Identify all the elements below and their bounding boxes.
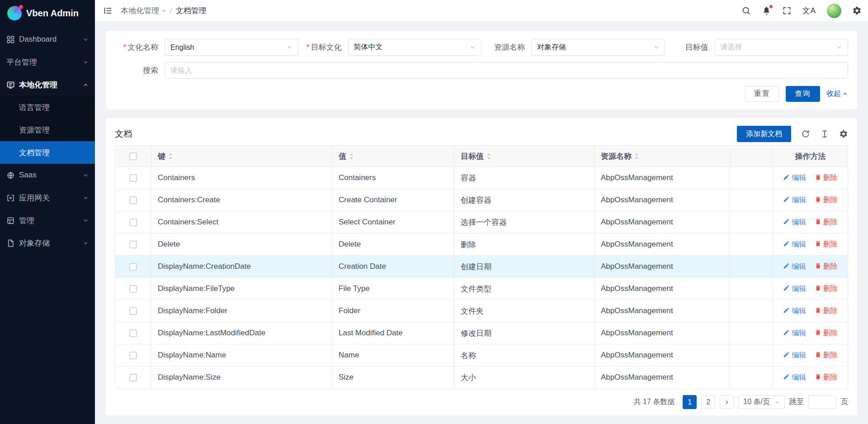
pencil-icon [783, 351, 790, 360]
delete-link[interactable]: 删除 [815, 240, 838, 249]
next-page-button[interactable] [720, 395, 734, 409]
row-checkbox[interactable] [129, 285, 137, 293]
column-header-2[interactable]: 目标值 [454, 146, 594, 167]
table-row[interactable]: DisplayName:Folder Folder 文件夹 AbpOssMana… [115, 300, 848, 322]
pencil-icon [783, 307, 790, 315]
edit-link[interactable]: 编辑 [783, 284, 806, 294]
submenu-localization: 语言管理资源管理文档管理 [0, 96, 95, 164]
page-size-select[interactable]: 10 条/页 [738, 395, 785, 409]
delete-link[interactable]: 删除 [815, 351, 838, 360]
table-row[interactable]: Containers:Select Select Container 选择一个容… [115, 211, 848, 233]
collapse-link[interactable]: 收起 [826, 89, 848, 99]
delete-link[interactable]: 删除 [815, 195, 838, 205]
search-input[interactable] [165, 62, 848, 79]
sidebar-subitem-language[interactable]: 语言管理 [0, 96, 95, 119]
cell-resource: AbpOssManagement [594, 322, 730, 344]
delete-link[interactable]: 删除 [815, 284, 838, 294]
row-checkbox[interactable] [129, 241, 137, 248]
culture-name-select[interactable]: English [165, 39, 298, 56]
delete-link[interactable]: 删除 [815, 218, 838, 227]
table-row[interactable]: DisplayName:LastModifiedDate Last Modifi… [115, 322, 848, 344]
edit-link[interactable]: 编辑 [783, 173, 806, 183]
edit-link[interactable]: 编辑 [783, 373, 806, 382]
resource-name-select[interactable]: 对象存储 [531, 39, 665, 56]
query-button[interactable]: 查询 [786, 86, 820, 102]
sort-icon[interactable] [486, 153, 491, 160]
table-row[interactable]: Containers:Create Create Container 创建容器 … [115, 189, 848, 211]
cell-key: DisplayName:LastModifiedDate [151, 322, 332, 344]
table-row[interactable]: DisplayName:FileType File Type 文件类型 AbpO… [115, 278, 848, 300]
sidebar-item-localization[interactable]: 本地化管理 [0, 73, 95, 96]
refresh-icon[interactable] [801, 129, 810, 138]
sidebar-item-gateway[interactable]: 应用网关 [0, 186, 95, 209]
sidebar-item-label: Dashboard [19, 35, 83, 44]
edit-link[interactable]: 编辑 [783, 218, 806, 227]
table-toolbar: 文档 添加新文档 [115, 123, 848, 145]
reset-button[interactable]: 重置 [745, 86, 779, 102]
sidebar-item-saas[interactable]: Saas [0, 164, 95, 186]
sidebar-item-oss[interactable]: 对象存储 [0, 232, 95, 254]
row-checkbox[interactable] [129, 329, 137, 337]
table-settings-gear-icon[interactable] [839, 129, 848, 138]
sort-icon[interactable] [168, 153, 173, 160]
settings-gear-icon[interactable] [852, 6, 862, 15]
edit-link[interactable]: 编辑 [783, 306, 806, 316]
cell-value: Delete [332, 233, 454, 256]
chevron-down-icon [83, 59, 89, 65]
target-value-select[interactable]: 请选择 [715, 39, 849, 56]
fullscreen-icon[interactable] [782, 6, 792, 15]
sidebar-item-dashboard[interactable]: Dashboard [0, 28, 95, 51]
table-row[interactable]: Containers Containers 容器 AbpOssManagemen… [115, 167, 848, 189]
row-checkbox[interactable] [129, 263, 137, 271]
target-culture-select[interactable]: 简体中文 [348, 39, 482, 56]
column-header-0[interactable]: 键 [151, 146, 332, 167]
search-icon[interactable] [741, 6, 751, 15]
cell-target-value: 选择一个容器 [454, 211, 594, 233]
bell-icon[interactable] [762, 6, 771, 15]
row-checkbox[interactable] [129, 374, 137, 381]
page-button-1[interactable]: 1 [683, 395, 697, 409]
add-document-button[interactable]: 添加新文档 [737, 126, 791, 142]
edit-link[interactable]: 编辑 [783, 195, 806, 205]
edit-link[interactable]: 编辑 [783, 240, 806, 249]
edit-link[interactable]: 编辑 [783, 351, 806, 360]
delete-link[interactable]: 删除 [815, 306, 838, 316]
sort-icon[interactable] [634, 153, 639, 160]
column-header-3[interactable]: 资源名称 [594, 146, 730, 167]
cell-key: DisplayName:Size [151, 367, 332, 389]
delete-link[interactable]: 删除 [815, 173, 838, 183]
sidebar-item-platform[interactable]: 平台管理 [0, 51, 95, 73]
delete-link[interactable]: 删除 [815, 373, 838, 382]
table-row[interactable]: DisplayName:CreationDate Creation Date 创… [115, 256, 848, 278]
dashboard-icon [6, 35, 15, 44]
column-height-icon[interactable] [820, 129, 829, 138]
row-checkbox[interactable] [129, 196, 137, 204]
row-checkbox[interactable] [129, 307, 137, 315]
row-checkbox[interactable] [129, 352, 137, 359]
cell-key: DisplayName:FileType [151, 278, 332, 300]
avatar[interactable] [827, 4, 841, 18]
row-checkbox[interactable] [129, 174, 137, 182]
table-row[interactable]: DisplayName:Size Size 大小 AbpOssManagemen… [115, 367, 848, 389]
select-all-checkbox[interactable] [129, 152, 137, 160]
delete-link[interactable]: 删除 [815, 329, 838, 338]
delete-link[interactable]: 删除 [815, 262, 838, 272]
table-row[interactable]: DisplayName:Name Name 名称 AbpOssManagemen… [115, 344, 848, 367]
breadcrumb-parent[interactable]: 本地化管理 [121, 5, 166, 16]
edit-link[interactable]: 编辑 [783, 262, 806, 272]
page-button-2[interactable]: 2 [701, 395, 715, 409]
logo[interactable]: Vben Admin [0, 0, 95, 26]
edit-link[interactable]: 编辑 [783, 329, 806, 338]
menu-fold-icon[interactable] [103, 6, 113, 15]
column-header-1[interactable]: 值 [332, 146, 454, 167]
sort-icon[interactable] [349, 153, 354, 160]
sidebar-menu: Dashboard 平台管理 本地化管理 语言管理资源管理文档管理 Saas 应… [0, 26, 95, 424]
translate-icon[interactable]: 文A [802, 5, 816, 16]
row-checkbox[interactable] [129, 219, 137, 226]
jump-page-input[interactable] [808, 395, 836, 409]
table-row[interactable]: Delete Delete 删除 AbpOssManagement 编辑 删除 [115, 233, 848, 256]
sidebar-subitem-resource[interactable]: 资源管理 [0, 119, 95, 141]
sidebar-subitem-document[interactable]: 文档管理 [0, 141, 95, 164]
sidebar-item-admin[interactable]: 管理 [0, 209, 95, 232]
jump-suffix-label: 页 [841, 397, 848, 407]
